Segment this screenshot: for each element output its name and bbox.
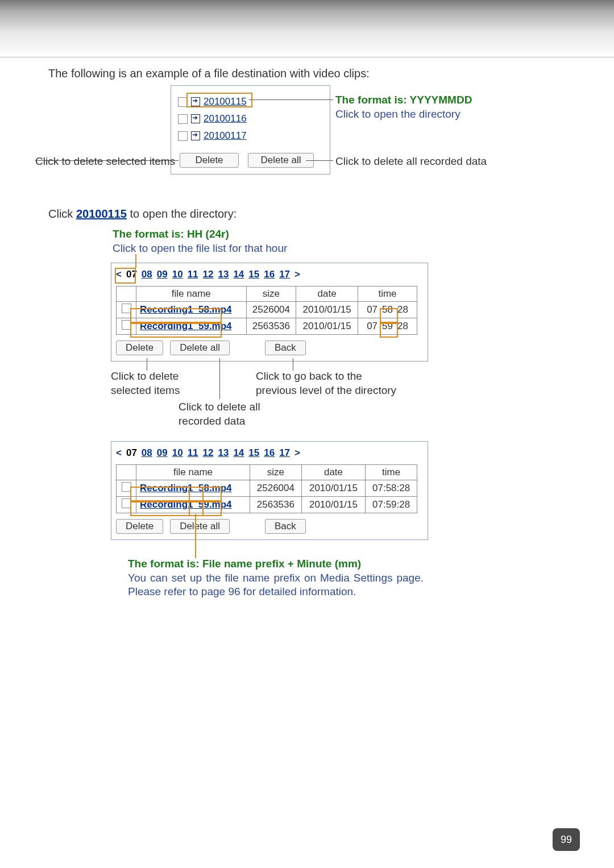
delete-button[interactable]: Delete (116, 340, 163, 355)
callout-format-filename: The format is: File name prefix + Minute… (128, 557, 424, 599)
click-post: to open the directory: (127, 207, 237, 220)
intro-text: The following is an example of a file de… (48, 67, 370, 80)
connector-line (293, 358, 293, 371)
time-h: 07 (364, 321, 380, 332)
connector-line (219, 358, 220, 399)
callout-title: The format is: YYYYMMDD (335, 93, 472, 107)
hour-link[interactable]: 08 (142, 269, 152, 280)
file-date: 2010/01/15 (301, 497, 365, 513)
back-button[interactable]: Back (265, 340, 306, 355)
callout-open-file-list: Click to open the file list for that hou… (113, 242, 287, 256)
hour-link[interactable]: 17 (279, 269, 290, 280)
delete-button[interactable]: Delete (180, 153, 239, 168)
highlight-box (380, 322, 398, 338)
file-date: 2010/01/15 (296, 318, 358, 335)
arrow-right-icon (191, 114, 200, 123)
col-name: file name (136, 286, 247, 302)
click-line: Click 20100115 to open the directory: (48, 207, 237, 221)
callout-body: You can set up the file name prefix on M… (128, 571, 424, 599)
hour-link[interactable]: 13 (218, 269, 229, 280)
next-icon[interactable]: > (294, 447, 300, 459)
checkbox-icon[interactable] (178, 114, 188, 124)
prev-icon[interactable]: < (116, 447, 122, 459)
connector-line (306, 160, 333, 161)
hour-link[interactable]: 12 (203, 447, 214, 459)
delete-all-button[interactable]: Delete all (248, 153, 314, 168)
hour-link[interactable]: 08 (142, 447, 152, 459)
hour-selected: 07 (126, 447, 137, 459)
file-size: 2563536 (246, 318, 296, 335)
arrow-right-icon (191, 131, 200, 140)
connector-line (147, 358, 147, 371)
file-size: 2563536 (250, 497, 302, 513)
hour-link[interactable]: 11 (188, 447, 198, 459)
file-size: 2526004 (250, 480, 302, 497)
highlight-box (130, 500, 222, 516)
hour-link[interactable]: 16 (264, 269, 275, 280)
button-row: Delete Delete all Back (116, 519, 428, 534)
col-name: file name (136, 465, 250, 480)
hour-link[interactable]: 14 (233, 269, 244, 280)
connector-line-orange (195, 514, 196, 558)
file-date: 2010/01/15 (296, 302, 358, 318)
delete-all-button[interactable]: Delete all (170, 519, 230, 534)
callout-del-sel2: Click to delete selected items (111, 369, 205, 397)
hour-link[interactable]: 15 (248, 447, 259, 459)
checkbox-icon[interactable] (122, 482, 131, 492)
file-time: 07:58:28 (366, 480, 417, 497)
hour-link[interactable]: 16 (264, 447, 275, 459)
highlight-box (189, 487, 204, 516)
click-link[interactable]: 20100115 (76, 207, 127, 220)
callout-format-ymd: The format is: YYYYMMDD Click to open th… (335, 93, 472, 121)
hour-link[interactable]: 12 (203, 269, 214, 280)
folder-link[interactable]: 20100116 (204, 113, 247, 124)
callout-delete-all: Click to delete all recorded data (335, 155, 487, 169)
callout-back: Click to go back to the previous level o… (256, 369, 404, 397)
callout-format-hh: The format is: HH (24r) (113, 227, 287, 242)
callout-body: Click to open the directory (335, 107, 472, 122)
col-time: time (366, 465, 417, 480)
col-size: size (246, 286, 296, 302)
hour-link[interactable]: 13 (218, 447, 229, 459)
table-header-row: file name size date time (117, 286, 417, 302)
checkbox-icon[interactable] (122, 320, 131, 330)
file-time: 07:59:28 (366, 497, 417, 513)
time-h: 07 (364, 304, 380, 315)
button-row: Delete Delete all Back (116, 340, 428, 355)
col-time: time (358, 286, 417, 302)
col-date: date (296, 286, 358, 302)
hour-nav-bar: < 07 08 09 10 11 12 13 14 15 16 17 > (111, 263, 428, 283)
hour-link[interactable]: 15 (248, 269, 259, 280)
hour-nav-bar: < 07 08 09 10 11 12 13 14 15 16 17 > (111, 442, 428, 461)
folder-link[interactable]: 20100117 (204, 130, 247, 142)
hour-link[interactable]: 09 (157, 269, 168, 280)
hour-link[interactable]: 14 (233, 447, 244, 459)
delete-all-button[interactable]: Delete all (170, 340, 230, 355)
callout-format-hh-block: The format is: HH (24r) Click to open th… (113, 227, 287, 255)
page-number-badge: 99 (553, 828, 580, 851)
highlight-box (115, 268, 136, 284)
hour-link[interactable]: 09 (157, 447, 168, 459)
file-size: 2526004 (246, 302, 296, 318)
col-date: date (301, 465, 365, 480)
folder-row: 20100117 (178, 130, 247, 142)
hour-link[interactable]: 10 (172, 447, 183, 459)
checkbox-icon[interactable] (178, 131, 188, 141)
next-icon[interactable]: > (294, 269, 300, 280)
folder-row: 20100116 (178, 113, 247, 124)
click-pre: Click (48, 207, 76, 220)
hour-link[interactable]: 10 (172, 269, 183, 280)
file-date: 2010/01/15 (301, 480, 365, 497)
table-header-row: file name size date time (117, 465, 417, 480)
checkbox-icon[interactable] (122, 499, 131, 508)
header-gradient (0, 0, 614, 57)
callout-delete-selected: Click to delete selected items (35, 155, 175, 169)
back-button[interactable]: Back (265, 519, 306, 534)
hour-link[interactable]: 17 (279, 447, 290, 459)
delete-button[interactable]: Delete (116, 519, 163, 534)
callout-del-all2: Click to delete all recorded data (179, 400, 287, 428)
highlight-box (130, 322, 222, 338)
hour-link[interactable]: 11 (188, 269, 198, 280)
checkbox-icon[interactable] (122, 304, 131, 313)
highlight-box (186, 93, 252, 107)
